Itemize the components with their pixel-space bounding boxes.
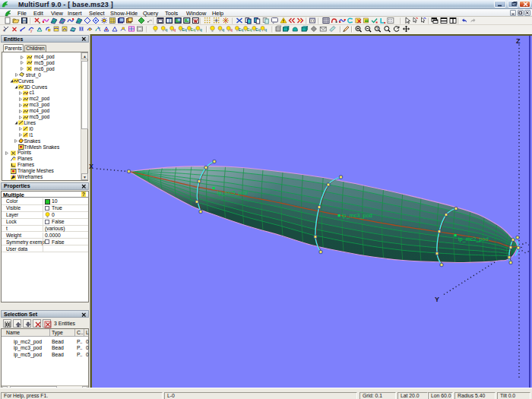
svg-text:4: 4 xyxy=(3,28,5,33)
svg-text:q: q xyxy=(230,27,232,32)
svg-text:q: q xyxy=(173,27,176,32)
svg-text:Z: Z xyxy=(516,36,521,44)
svg-text:q: q xyxy=(200,27,202,32)
svg-text:q: q xyxy=(165,27,167,32)
svg-text:Eq: Eq xyxy=(182,27,187,32)
svg-text:ip_mc5_pod: ip_mc5_pod xyxy=(217,188,248,195)
svg-text:Eq: Eq xyxy=(239,27,244,32)
svg-text:Y: Y xyxy=(435,295,439,302)
svg-text:ip_mc2_pod: ip_mc2_pod xyxy=(458,235,489,242)
svg-text:q: q xyxy=(222,27,224,32)
svg-text:y: y xyxy=(30,28,33,33)
svg-text:Eq: Eq xyxy=(247,27,252,32)
svg-text:ip_mc3_pod: ip_mc3_pod xyxy=(342,212,372,219)
svg-text:?: ? xyxy=(376,27,378,31)
svg-text:q: q xyxy=(264,27,267,32)
svg-text:Eq: Eq xyxy=(255,27,261,32)
svg-text:Eq: Eq xyxy=(191,27,196,32)
